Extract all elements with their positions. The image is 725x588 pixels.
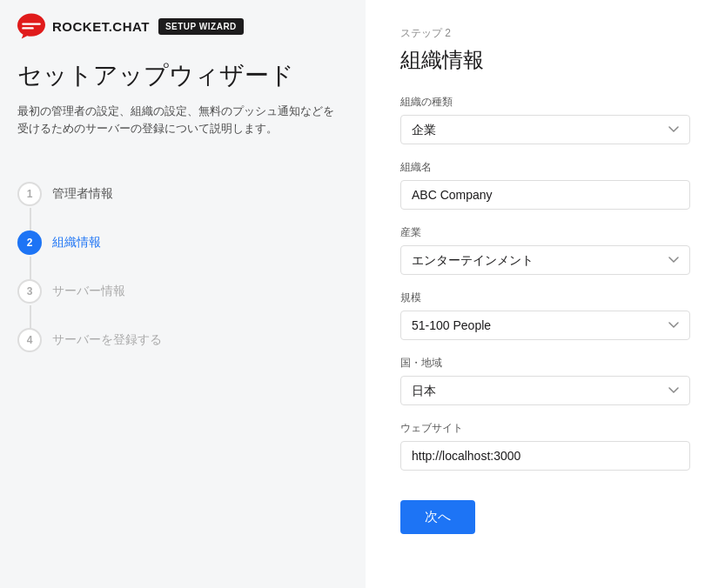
org-type-select[interactable]: 企業 個人 非営利 政府 (400, 115, 690, 144)
setup-wizard-badge: SETUP WIZARD (158, 18, 244, 35)
industry-group: 産業 エンターテインメント IT 教育 医療 その他 (400, 225, 690, 275)
section-title: 組織情報 (400, 46, 690, 74)
step-item-server: 3 サーバー情報 (17, 267, 339, 316)
step-item-register: 4 サーバーを登録する (17, 316, 339, 364)
right-panel: ステップ 2 組織情報 組織の種類 企業 個人 非営利 政府 組織名 産業 エン… (366, 0, 725, 588)
rocket-chat-icon (17, 12, 45, 40)
next-button[interactable]: 次へ (400, 500, 475, 534)
country-label: 国・地域 (400, 356, 690, 371)
wizard-description: 最初の管理者の設定、組織の設定、無料のプッシュ通知などを受けるためのサーバーの登… (17, 103, 339, 139)
country-group: 国・地域 日本 アメリカ 中国 その他 (400, 356, 690, 405)
size-select[interactable]: 1-10 People 11-50 People 51-100 People 1… (400, 311, 690, 340)
website-group: ウェブサイト (400, 421, 690, 471)
wizard-title: セットアップウィザード (17, 61, 339, 90)
step-label-server: サーバー情報 (52, 284, 125, 299)
step-label-admin: 管理者情報 (52, 186, 113, 202)
step-circle-3: 3 (17, 279, 42, 304)
step-item-org: 2 組織情報 (17, 218, 339, 267)
step-indicator: ステップ 2 (400, 26, 690, 41)
left-panel: ROCKET.CHAT SETUP WIZARD セットアップウィザード 最初の… (0, 0, 366, 588)
org-name-group: 組織名 (400, 160, 690, 210)
org-type-group: 組織の種類 企業 個人 非営利 政府 (400, 95, 690, 144)
step-circle-4: 4 (17, 328, 42, 352)
logo: ROCKET.CHAT (17, 12, 150, 40)
steps-list: 1 管理者情報 2 組織情報 3 サーバー情報 4 サーバーを登録する (17, 170, 339, 364)
step-label-org: 組織情報 (52, 235, 101, 251)
logo-text: ROCKET.CHAT (52, 19, 150, 34)
website-input[interactable] (400, 441, 690, 471)
industry-select-wrapper: エンターテインメント IT 教育 医療 その他 (400, 245, 690, 275)
size-label: 規模 (400, 291, 690, 305)
org-type-label: 組織の種類 (400, 95, 690, 110)
website-label: ウェブサイト (400, 421, 690, 436)
country-select-wrapper: 日本 アメリカ 中国 その他 (400, 376, 690, 405)
industry-label: 産業 (400, 225, 690, 240)
step-circle-2: 2 (17, 231, 42, 255)
size-select-wrapper: 1-10 People 11-50 People 51-100 People 1… (400, 311, 690, 340)
step-circle-1: 1 (17, 182, 42, 206)
step-item-admin: 1 管理者情報 (17, 170, 339, 218)
step-label-register: サーバーを登録する (52, 332, 162, 348)
size-group: 規模 1-10 People 11-50 People 51-100 Peopl… (400, 291, 690, 340)
org-name-label: 組織名 (400, 160, 690, 175)
header: ROCKET.CHAT SETUP WIZARD (17, 0, 339, 61)
industry-select[interactable]: エンターテインメント IT 教育 医療 その他 (400, 245, 690, 275)
org-type-select-wrapper: 企業 個人 非営利 政府 (400, 115, 690, 144)
org-name-input[interactable] (400, 180, 690, 210)
country-select[interactable]: 日本 アメリカ 中国 その他 (400, 376, 690, 405)
